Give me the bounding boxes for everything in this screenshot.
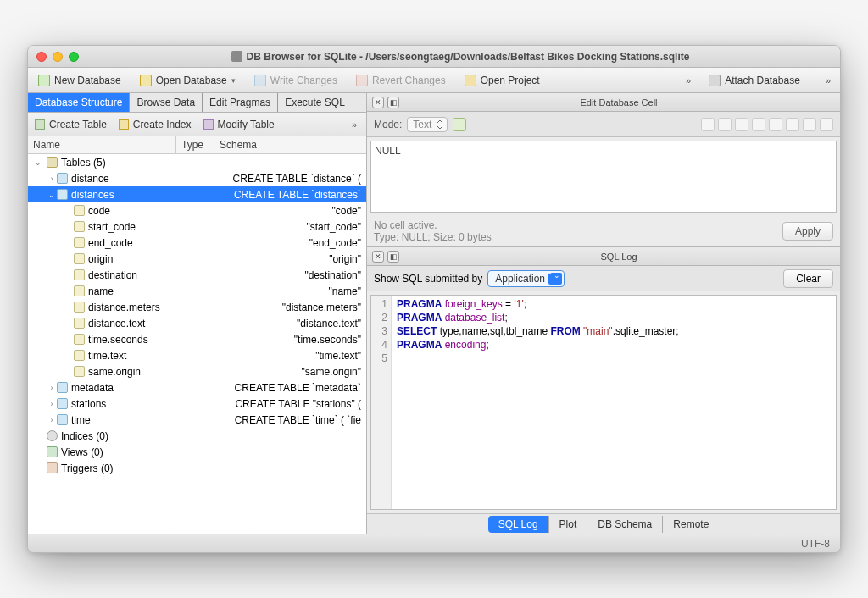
tree-table-time[interactable]: ›timeCREATE TABLE `time` ( `fie [28, 412, 366, 428]
modify-table-button[interactable]: Modify Table [203, 119, 275, 130]
tab-pragmas[interactable]: Edit Pragmas [202, 93, 277, 112]
cell-editor[interactable]: NULL [370, 141, 837, 213]
mode-select[interactable]: Text [407, 117, 448, 132]
statusbar: UTF-8 [28, 534, 840, 552]
clear-button[interactable]: Clear [783, 269, 833, 288]
tab-plot[interactable]: Plot [548, 516, 587, 533]
column-icon [74, 366, 85, 377]
tree-col-name[interactable]: name"name" [28, 283, 366, 299]
undock-icon[interactable]: ◧ [387, 97, 399, 108]
tab-db-schema[interactable]: DB Schema [587, 516, 662, 533]
tab-execute[interactable]: Execute SQL [277, 93, 352, 112]
tree-col-time-seconds[interactable]: time.seconds"time.seconds" [28, 331, 366, 347]
tool-icon[interactable] [735, 118, 748, 131]
column-icon [74, 221, 85, 232]
title-text: DB Browser for SQLite - /Users/seongtaeg… [247, 51, 690, 63]
traffic-lights [36, 52, 79, 62]
sql-log-panel: Show SQL submitted by Application Clear … [367, 266, 840, 534]
open-database-button[interactable]: Open Database▾ [136, 73, 239, 88]
trigger-icon [47, 462, 58, 473]
new-db-icon [38, 75, 50, 86]
tab-structure[interactable]: Database Structure [28, 93, 129, 112]
sql-log-toolbar: Show SQL submitted by Application Clear [367, 266, 840, 291]
left-pane: Database Structure Browse Data Edit Prag… [28, 93, 367, 534]
create-table-button[interactable]: Create Table [35, 119, 107, 130]
sql-log-header: ✕ ◧ SQL Log [367, 247, 840, 266]
column-icon [74, 302, 85, 313]
tree-triggers[interactable]: Triggers (0) [28, 460, 366, 476]
tree-col-same-origin[interactable]: same.origin"same.origin" [28, 363, 366, 379]
column-icon [74, 205, 85, 216]
apply-button[interactable]: Apply [782, 222, 833, 241]
create-index-button[interactable]: Create Index [119, 119, 192, 130]
source-select[interactable]: Application [487, 270, 565, 287]
tool-icon[interactable] [718, 118, 732, 131]
col-schema[interactable]: Schema [214, 136, 366, 153]
write-icon [254, 75, 266, 86]
refresh-icon[interactable] [453, 118, 466, 131]
minimize-icon[interactable] [53, 52, 63, 62]
overflow-icon[interactable]: » [681, 75, 693, 86]
tree-tables[interactable]: ⌄Tables (5) [28, 154, 366, 170]
tree-col-destination[interactable]: destination"destination" [28, 267, 366, 283]
open-project-button[interactable]: Open Project [461, 73, 543, 88]
expand-icon[interactable]: › [47, 384, 57, 392]
code-text: PRAGMA foreign_keys = '1'; PRAGMA databa… [392, 296, 684, 509]
app-window: DB Browser for SQLite - /Users/seongtaeg… [27, 45, 841, 553]
collapse-icon[interactable]: ⌄ [33, 158, 43, 167]
column-icon [74, 334, 85, 345]
column-icon [74, 285, 85, 296]
col-type[interactable]: Type [176, 136, 214, 153]
tab-remote[interactable]: Remote [662, 516, 719, 533]
expand-icon[interactable]: › [47, 400, 57, 408]
tree-col-end-code[interactable]: end_code"end_code" [28, 235, 366, 251]
schema-tree[interactable]: ⌄Tables (5) ›distanceCREATE TABLE `dista… [28, 154, 366, 534]
tree-table-metadata[interactable]: ›metadataCREATE TABLE `metadata` [28, 379, 366, 396]
collapse-icon[interactable]: ⌄ [47, 191, 57, 199]
tree-col-code[interactable]: code"code" [28, 202, 366, 219]
tool-icon[interactable] [701, 118, 715, 131]
overflow-icon-3[interactable]: » [347, 119, 359, 130]
close-icon[interactable]: ✕ [372, 97, 384, 108]
tree-col-distance-meters[interactable]: distance.meters"distance.meters" [28, 299, 366, 315]
tool-icon[interactable] [752, 118, 765, 131]
close-icon[interactable]: ✕ [372, 251, 384, 263]
undock-icon[interactable]: ◧ [387, 251, 399, 263]
create-index-icon [119, 119, 129, 130]
expand-icon[interactable]: › [47, 416, 57, 424]
sql-code[interactable]: 12345 PRAGMA foreign_keys = '1'; PRAGMA … [370, 295, 837, 510]
tree-views[interactable]: Views (0) [28, 444, 366, 460]
tool-icon[interactable] [820, 118, 833, 131]
tree-indices[interactable]: Indices (0) [28, 428, 366, 444]
maximize-icon[interactable] [69, 52, 79, 62]
tree-table-distance[interactable]: ›distanceCREATE TABLE `distance` ( [28, 170, 366, 186]
overflow-icon-2[interactable]: » [821, 75, 833, 86]
table-icon [57, 382, 68, 393]
edit-icon-row [701, 118, 833, 131]
tree-table-stations[interactable]: ›stationsCREATE TABLE "stations" ( [28, 396, 366, 412]
tree-col-distance-text[interactable]: distance.text"distance.text" [28, 315, 366, 331]
expand-icon[interactable]: › [47, 174, 57, 183]
tab-browse[interactable]: Browse Data [129, 93, 202, 112]
tool-icon[interactable] [786, 118, 799, 131]
col-name[interactable]: Name [28, 136, 176, 153]
edit-cell-area: NULL No cell active. Type: NULL; Size: 0… [367, 137, 840, 247]
folder-icon [47, 157, 58, 168]
main-toolbar: New Database Open Database▾ Write Change… [28, 68, 840, 93]
new-database-button[interactable]: New Database [35, 73, 125, 88]
column-icon [74, 253, 85, 264]
tree-col-time-text[interactable]: time.text"time.text" [28, 347, 366, 363]
close-icon[interactable] [36, 52, 47, 62]
tree-col-start-code[interactable]: start_code"start_code" [28, 219, 366, 235]
attach-database-button[interactable]: Attach Database [705, 73, 804, 88]
column-icon [74, 318, 85, 329]
tree-table-distances[interactable]: ⌄distancesCREATE TABLE `distances` [28, 186, 366, 202]
tree-col-origin[interactable]: origin"origin" [28, 251, 366, 267]
window-title: DB Browser for SQLite - /Users/seongtaeg… [89, 51, 832, 63]
table-icon [57, 189, 68, 200]
encoding-label: UTF-8 [801, 538, 830, 550]
left-tabs: Database Structure Browse Data Edit Prag… [28, 93, 366, 113]
tab-sql-log[interactable]: SQL Log [488, 516, 548, 533]
tool-icon[interactable] [769, 118, 782, 131]
tool-icon[interactable] [803, 118, 816, 131]
